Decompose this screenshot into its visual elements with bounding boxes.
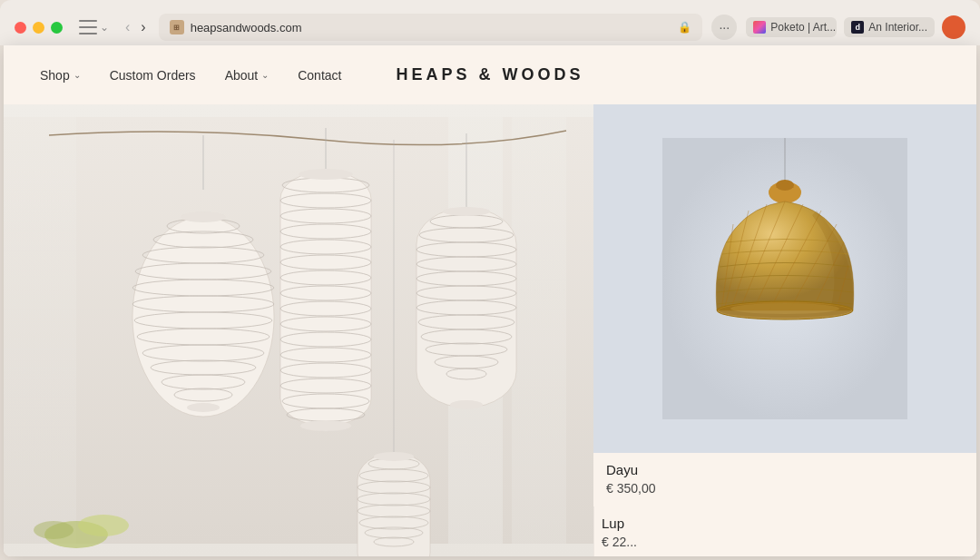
forward-button: › bbox=[137, 17, 149, 37]
product-card-lup[interactable]: Lup € 22... bbox=[593, 506, 976, 556]
website-content: Shop ⌄ Custom Orders About ⌄ Contact HEA… bbox=[4, 45, 976, 556]
svg-point-68 bbox=[78, 515, 129, 536]
dayu-product-info: Dayu € 350,00 bbox=[593, 453, 976, 506]
svg-point-69 bbox=[34, 521, 74, 539]
address-bar[interactable]: ⊞ heapsandwoods.com 🔒 bbox=[159, 14, 703, 41]
bookmark-interior[interactable]: d An Interior... bbox=[844, 17, 935, 37]
site-logo[interactable]: HEAPS & WOODS bbox=[396, 65, 583, 84]
minimize-button[interactable] bbox=[33, 22, 44, 34]
sidebar-icon bbox=[79, 20, 97, 34]
lanterns-svg bbox=[4, 104, 593, 556]
lup-product-info: Lup € 22... bbox=[594, 506, 976, 556]
nav-about[interactable]: About ⌄ bbox=[225, 68, 270, 83]
svg-point-54 bbox=[443, 207, 490, 216]
svg-point-55 bbox=[450, 400, 483, 409]
bookmark-poketo-label: Poketo | Art... bbox=[770, 21, 836, 34]
bookmark-poketo[interactable]: Poketo | Art... bbox=[746, 17, 837, 37]
dayu-product-image bbox=[593, 104, 976, 453]
browser-chrome: ⌄ ‹ › ⊞ heapsandwoods.com 🔒 ··· Poketo |… bbox=[0, 0, 980, 45]
svg-rect-2 bbox=[512, 117, 566, 544]
svg-point-38 bbox=[299, 169, 353, 180]
url-text: heapsandwoods.com bbox=[191, 21, 672, 34]
svg-point-39 bbox=[300, 420, 351, 431]
site-navigation: Shop ⌄ Custom Orders About ⌄ Contact HEA… bbox=[4, 45, 976, 104]
lock-icon: 🔒 bbox=[678, 21, 691, 34]
site-favicon: ⊞ bbox=[170, 20, 184, 34]
more-icon: ··· bbox=[719, 20, 730, 34]
about-chevron-icon: ⌄ bbox=[261, 70, 269, 80]
nav-about-label: About bbox=[225, 68, 259, 83]
bookmark-interior-label: An Interior... bbox=[868, 21, 927, 34]
hero-section: Dayu € 350,00 Lup € 22... bbox=[4, 104, 976, 556]
user-avatar[interactable] bbox=[942, 15, 965, 39]
svg-point-77 bbox=[730, 303, 839, 314]
lup-product-price: € 22... bbox=[602, 535, 969, 549]
favicon-label: ⊞ bbox=[173, 24, 180, 32]
nav-custom-orders[interactable]: Custom Orders bbox=[110, 68, 196, 83]
back-button[interactable]: ‹ bbox=[122, 17, 133, 37]
nav-left: Shop ⌄ Custom Orders About ⌄ Contact bbox=[40, 68, 341, 83]
browser-titlebar: ⌄ ‹ › ⊞ heapsandwoods.com 🔒 ··· Poketo |… bbox=[15, 9, 965, 45]
more-options-button[interactable]: ··· bbox=[711, 15, 737, 40]
dayu-product-price: € 350,00 bbox=[606, 481, 964, 496]
hero-lanterns-image bbox=[4, 104, 593, 556]
svg-point-18 bbox=[181, 211, 226, 222]
nav-contact[interactable]: Contact bbox=[298, 68, 341, 83]
interior-favicon-icon: d bbox=[851, 21, 864, 34]
toolbar-right: ··· Poketo | Art... d An Interior... bbox=[711, 15, 965, 40]
dayu-lamp-svg bbox=[662, 138, 907, 419]
poketo-favicon-icon bbox=[753, 21, 766, 34]
shop-chevron-icon: ⌄ bbox=[74, 70, 81, 80]
bookmarks-bar: Poketo | Art... d An Interior... bbox=[746, 15, 965, 39]
maximize-button[interactable] bbox=[51, 22, 63, 34]
svg-point-66 bbox=[374, 452, 414, 461]
nav-shop-label: Shop bbox=[40, 68, 70, 83]
nav-shop[interactable]: Shop ⌄ bbox=[40, 68, 81, 83]
product-grid: Dayu € 350,00 Lup € 22... bbox=[593, 104, 976, 556]
dayu-image-container bbox=[593, 104, 976, 453]
svg-rect-41 bbox=[416, 208, 516, 408]
traffic-lights bbox=[15, 22, 63, 34]
nav-arrows: ‹ › bbox=[122, 17, 150, 37]
dayu-product-name: Dayu bbox=[606, 462, 964, 477]
nav-contact-label: Contact bbox=[298, 68, 341, 83]
close-button[interactable] bbox=[15, 22, 26, 34]
lup-product-name: Lup bbox=[602, 516, 969, 531]
svg-point-19 bbox=[187, 403, 220, 412]
sidebar-chevron-icon: ⌄ bbox=[100, 21, 109, 34]
svg-rect-3 bbox=[4, 117, 76, 544]
product-card-dayu[interactable]: Dayu € 350,00 bbox=[593, 104, 976, 506]
nav-custom-orders-label: Custom Orders bbox=[110, 68, 196, 83]
sidebar-toggle-button[interactable]: ⌄ bbox=[79, 20, 109, 34]
